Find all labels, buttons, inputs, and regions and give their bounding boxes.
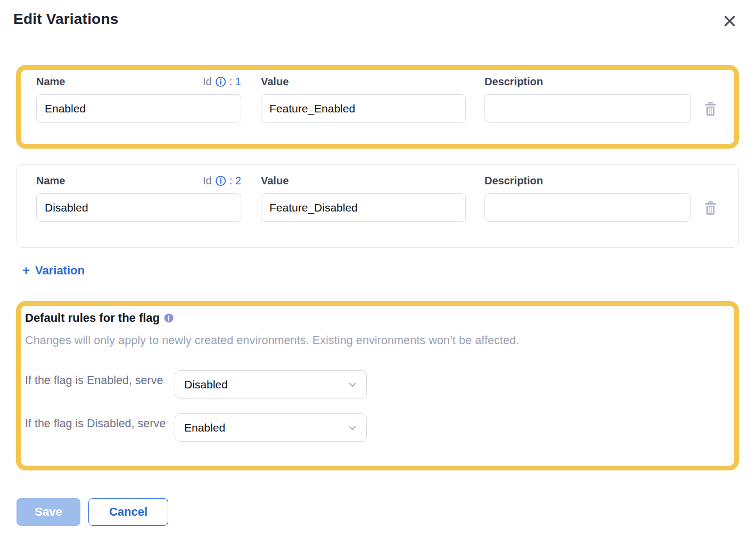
trash-icon: [703, 200, 718, 215]
edit-variations-modal: Edit Variations Name Id: [0, 0, 756, 553]
variation-id: Id : 2: [203, 175, 241, 187]
rule-disabled-label: If the flag is Disabled, serve: [25, 416, 168, 432]
variation-value-input[interactable]: [261, 193, 466, 222]
trash-icon: [703, 101, 718, 116]
plus-icon: +: [22, 265, 30, 276]
default-rules-note: Changes will only apply to newly created…: [25, 334, 724, 347]
value-column-label: Value: [261, 76, 289, 88]
variation-id: Id : 1: [203, 76, 241, 88]
info-icon[interactable]: [215, 175, 227, 187]
delete-variation-button[interactable]: [703, 101, 718, 116]
description-column-label: Description: [484, 175, 543, 187]
value-column-label: Value: [261, 175, 289, 187]
save-button[interactable]: Save: [17, 498, 80, 526]
delete-variation-button[interactable]: [703, 200, 718, 215]
selected-value: Enabled: [184, 421, 225, 434]
chevron-down-icon: [346, 421, 359, 434]
cancel-button[interactable]: Cancel: [88, 498, 168, 526]
variation-description-input[interactable]: [484, 193, 691, 222]
close-icon: [722, 14, 737, 28]
name-column-label: Name: [36, 76, 65, 88]
variation-card-2: Name Id : 2: [16, 164, 739, 248]
info-filled-icon[interactable]: [164, 313, 174, 323]
serve-when-disabled-select[interactable]: Enabled: [175, 413, 367, 442]
modal-header: Edit Variations: [0, 0, 756, 30]
selected-value: Disabled: [184, 378, 228, 391]
description-column-label: Description: [484, 76, 543, 88]
variation-description-input[interactable]: [484, 94, 691, 123]
default-rules-title: Default rules for the flag: [25, 311, 160, 325]
add-variation-button[interactable]: + Variation: [22, 264, 85, 278]
modal-footer: Save Cancel: [17, 498, 756, 526]
page-title: Edit Variations: [13, 11, 119, 28]
close-button[interactable]: [720, 12, 739, 30]
variation-name-input[interactable]: [36, 193, 241, 222]
serve-when-enabled-select[interactable]: Disabled: [175, 370, 367, 399]
default-rules-section: Default rules for the flag Changes will …: [16, 301, 739, 470]
info-icon[interactable]: [215, 76, 227, 88]
variation-value-input[interactable]: [261, 94, 466, 123]
name-column-label: Name: [36, 175, 65, 187]
variation-name-input[interactable]: [36, 94, 241, 123]
chevron-down-icon: [346, 378, 359, 391]
variation-card-1: Name Id : 1: [16, 65, 739, 149]
rule-enabled-label: If the flag is Enabled, serve: [25, 372, 168, 389]
add-variation-label: Variation: [35, 264, 85, 278]
